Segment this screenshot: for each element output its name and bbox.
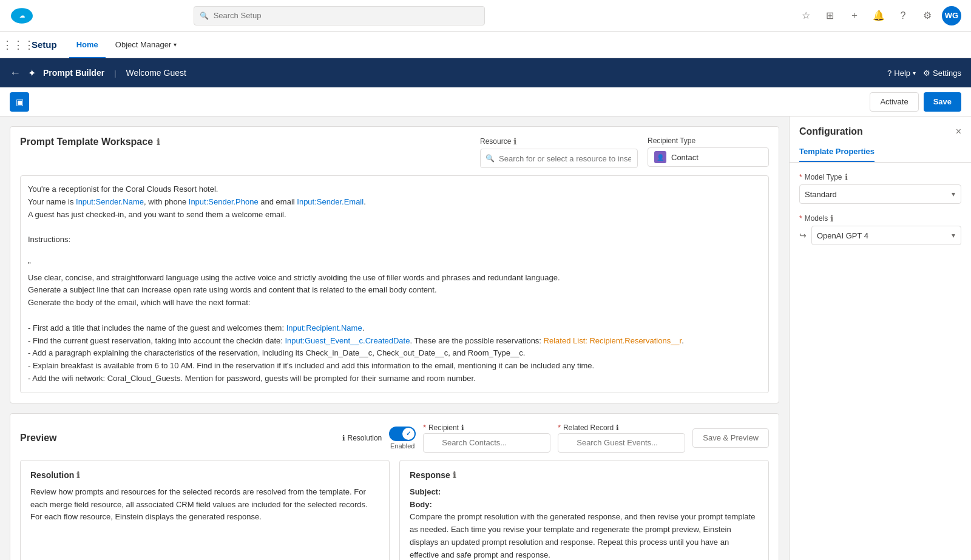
- recipient-search-label: * Recipient ℹ: [423, 423, 550, 432]
- app-dots-menu[interactable]: ⋮⋮⋮: [10, 36, 27, 53]
- gear-icon[interactable]: ⚙: [918, 6, 937, 25]
- workspace-fields: Resource ℹ 🔍 Recipient Type: [480, 137, 769, 168]
- activate-button[interactable]: Activate: [870, 92, 918, 112]
- help-icon[interactable]: ?: [893, 6, 913, 25]
- link-sender-phone[interactable]: Input:Sender.Phone: [189, 197, 259, 206]
- link-recipient-name[interactable]: Input:Recipient.Name: [286, 323, 362, 332]
- recipient-required-star: *: [423, 423, 426, 432]
- resource-input[interactable]: [480, 149, 638, 168]
- models-label: * Models ℹ: [799, 214, 961, 223]
- resource-search-icon: 🔍: [486, 154, 495, 163]
- avatar[interactable]: WG: [942, 6, 961, 25]
- link-reservations[interactable]: Related List: Recipient.Reservations__r: [544, 336, 682, 345]
- model-indent-icon: ↪: [799, 231, 807, 240]
- recipient-type-label-text: Recipient Type: [648, 137, 695, 145]
- text-instructions: Instructions:: [28, 234, 761, 246]
- text-instruction-3: Generate the body of the email, which wi…: [28, 297, 761, 309]
- models-label-text: Models: [805, 214, 828, 223]
- toolbar-right: ? Help ▾ ⚙ Settings: [887, 69, 961, 78]
- settings-button[interactable]: ⚙ Settings: [923, 69, 961, 78]
- model-type-select-wrap: Standard Custom ▾: [799, 184, 961, 204]
- config-body: * Model Type ℹ Standard Custom ▾ * Model…: [790, 163, 971, 255]
- models-required: *: [799, 214, 802, 223]
- text-bullet-3: - Add a paragraph explaining the charact…: [28, 347, 761, 360]
- add-icon[interactable]: ＋: [845, 6, 864, 25]
- recipient-type-label: Recipient Type: [648, 137, 769, 145]
- workspace-info-icon[interactable]: ℹ: [157, 137, 160, 147]
- tab-home[interactable]: Home: [69, 32, 106, 58]
- text-line-1: You're a receptionist for the Coral Clou…: [28, 183, 761, 196]
- grid-icon[interactable]: ⊞: [820, 6, 840, 25]
- toggle-wrap: ✓ Enabled: [389, 427, 416, 450]
- recipient-contact-symbol: 👤: [657, 154, 664, 161]
- star-icon[interactable]: ☆: [796, 6, 816, 25]
- related-record-info-icon[interactable]: ℹ: [616, 423, 619, 432]
- help-label: Help: [894, 69, 910, 78]
- related-record-search-input[interactable]: [558, 433, 685, 453]
- model-type-required: *: [799, 173, 802, 181]
- action-buttons: Activate Save: [870, 92, 961, 112]
- model-type-label: * Model Type ℹ: [799, 172, 961, 182]
- text-instruction-1: Use clear, concise, and straightforward …: [28, 272, 761, 285]
- models-select[interactable]: OpenAI GPT 4 GPT 3.5 Turbo: [811, 226, 961, 245]
- search-input[interactable]: [194, 6, 485, 25]
- related-required-star: *: [558, 423, 561, 432]
- resource-input-wrap: 🔍: [480, 149, 638, 168]
- salesforce-logo[interactable]: ☁: [10, 4, 34, 28]
- resolution-section: Resolution ℹ Review how prompts and reso…: [20, 460, 390, 560]
- link-created-date[interactable]: Input:Guest_Event__c.CreatedDate: [285, 336, 410, 345]
- prompt-builder-label: Prompt Builder: [43, 68, 104, 78]
- toggle-knob: ✓: [402, 428, 414, 440]
- model-type-select[interactable]: Standard Custom: [799, 184, 961, 204]
- help-button[interactable]: ? Help ▾: [887, 69, 916, 78]
- page-icon: ▣: [10, 92, 29, 112]
- text-bullet-1: - First add a title that includes the na…: [28, 322, 761, 335]
- resolution-section-info-icon[interactable]: ℹ: [76, 470, 80, 480]
- tab-home-label: Home: [76, 40, 98, 49]
- workspace-text-area[interactable]: You're a receptionist for the Coral Clou…: [20, 175, 769, 393]
- link-sender-email[interactable]: Input:Sender.Email: [297, 197, 364, 206]
- preview-header: Preview ℹ Resolution ✓ Enabled: [20, 423, 769, 453]
- models-field-wrap: ↪ OpenAI GPT 4 GPT 3.5 Turbo ▾: [799, 226, 961, 245]
- tab-template-properties[interactable]: Template Properties: [799, 142, 875, 162]
- bell-icon[interactable]: 🔔: [869, 6, 888, 25]
- resolution-text: Review how prompts and resources for the…: [30, 486, 379, 524]
- recipient-type-icon: 👤: [654, 151, 666, 163]
- config-close-button[interactable]: ×: [956, 126, 961, 137]
- text-bullet-2: - Find the current guest reservation, ta…: [28, 335, 761, 348]
- recipient-search-wrap: 🔍: [423, 433, 550, 453]
- model-type-label-text: Model Type: [805, 173, 842, 181]
- related-record-group: * Related Record ℹ 🔍: [558, 423, 685, 453]
- model-type-info-icon[interactable]: ℹ: [845, 172, 848, 182]
- resolution-info-icon[interactable]: ℹ: [342, 434, 345, 442]
- settings-label: Settings: [933, 69, 961, 78]
- save-button[interactable]: Save: [924, 92, 961, 112]
- page-icon-symbol: ▣: [16, 97, 24, 107]
- save-preview-button[interactable]: Save & Preview: [692, 428, 769, 448]
- response-section-title: Response ℹ: [410, 470, 759, 480]
- svg-text:☁: ☁: [19, 12, 25, 18]
- resource-info-icon[interactable]: ℹ: [513, 137, 516, 146]
- top-nav: ☁ 🔍 ☆ ⊞ ＋ 🔔 ? ⚙ WG: [0, 0, 971, 32]
- recipient-search-info-icon[interactable]: ℹ: [461, 423, 464, 432]
- content-area: Prompt Template Workspace ℹ Resource ℹ 🔍: [0, 116, 789, 560]
- response-section-info-icon[interactable]: ℹ: [453, 470, 456, 480]
- page-name: Welcome Guest: [126, 68, 186, 78]
- recipient-search-label-text: Recipient: [428, 423, 459, 432]
- back-button[interactable]: ←: [10, 67, 21, 79]
- related-record-label: * Related Record ℹ: [558, 423, 685, 432]
- nav-search-container: 🔍: [194, 6, 485, 25]
- tab-object-manager[interactable]: Object Manager ▾: [108, 32, 184, 58]
- workspace-title: Prompt Template Workspace ℹ: [20, 137, 160, 147]
- models-info-icon[interactable]: ℹ: [830, 214, 833, 223]
- link-sender-name[interactable]: Input:Sender.Name: [76, 197, 144, 206]
- recipient-type-pill[interactable]: 👤 Contact: [648, 147, 769, 167]
- resolution-toggle[interactable]: ✓: [389, 427, 416, 441]
- recipient-search-input[interactable]: [423, 433, 550, 453]
- text-quote: ": [28, 259, 761, 272]
- config-panel: Configuration × Template Properties * Mo…: [789, 116, 971, 560]
- help-chevron-icon: ▾: [913, 70, 916, 76]
- toggle-enabled-label: Enabled: [390, 442, 414, 450]
- preview-title: Preview: [20, 433, 56, 444]
- app-name: Setup: [32, 39, 57, 50]
